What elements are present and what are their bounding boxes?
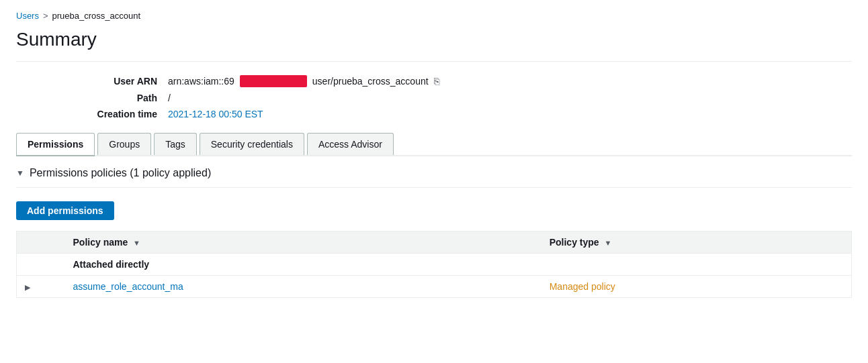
breadcrumb-users-link[interactable]: Users xyxy=(16,11,39,21)
path-value: / xyxy=(168,93,171,103)
table-header-row: Policy name ▼ Policy type ▼ xyxy=(17,231,852,254)
policy-type-col-header: Policy type ▼ xyxy=(541,231,852,254)
policy-name-label: Policy name xyxy=(73,237,128,248)
row-expand-cell: ▶ xyxy=(17,276,41,298)
policy-name-link[interactable]: assume_role_account_ma xyxy=(73,281,183,292)
section-title: Permissions policies (1 policy applied) xyxy=(30,167,211,179)
policy-name-sort-icon[interactable]: ▼ xyxy=(133,239,140,247)
page-title: Summary xyxy=(16,29,852,50)
permissions-tab-content: ▼ Permissions policies (1 policy applied… xyxy=(16,156,852,309)
tab-security-credentials[interactable]: Security credentials xyxy=(200,133,304,155)
group-header-row: Attached directly xyxy=(17,254,852,276)
policies-table: Policy name ▼ Policy type ▼ Attached dir… xyxy=(16,231,852,298)
user-arn-row: User ARN arn:aws:iam::69user/prueba_cros… xyxy=(70,75,852,87)
user-arn-label: User ARN xyxy=(70,76,157,87)
group-label: Attached directly xyxy=(65,254,852,276)
group-expand-cell xyxy=(17,254,41,276)
policy-type-cell: Managed policy xyxy=(541,276,852,298)
group-checkbox-cell xyxy=(41,254,65,276)
divider xyxy=(16,61,852,62)
arn-prefix: arn:aws:iam::69 xyxy=(168,76,234,87)
row-checkbox-cell xyxy=(41,276,65,298)
breadcrumb: Users > prueba_cross_account xyxy=(16,11,852,21)
tab-tags[interactable]: Tags xyxy=(154,133,197,155)
tab-permissions[interactable]: Permissions xyxy=(16,133,95,156)
copy-arn-icon[interactable]: ⎘ xyxy=(434,76,439,87)
path-label: Path xyxy=(70,93,157,103)
policy-name-cell: assume_role_account_ma xyxy=(65,276,541,298)
breadcrumb-separator: > xyxy=(43,11,48,21)
creation-time-label: Creation time xyxy=(70,109,157,119)
table-row: ▶ assume_role_account_ma Managed policy xyxy=(17,276,852,298)
add-permissions-button[interactable]: Add permissions xyxy=(16,201,114,220)
tab-groups[interactable]: Groups xyxy=(97,133,151,155)
arn-redacted xyxy=(240,75,307,87)
creation-time-row: Creation time 2021-12-18 00:50 EST xyxy=(70,109,852,119)
tabs-container: Permissions Groups Tags Security credent… xyxy=(16,133,852,156)
policy-type-label: Policy type xyxy=(550,237,599,248)
breadcrumb-current: prueba_cross_account xyxy=(52,11,141,21)
permissions-section-header: ▼ Permissions policies (1 policy applied… xyxy=(16,167,852,179)
path-row: Path / xyxy=(70,93,852,103)
checkbox-col-header xyxy=(41,231,65,254)
policy-type-sort-icon[interactable]: ▼ xyxy=(605,239,612,247)
expand-col-header xyxy=(17,231,41,254)
policy-name-col-header: Policy name ▼ xyxy=(65,231,541,254)
section-divider xyxy=(16,187,852,188)
user-arn-value: arn:aws:iam::69user/prueba_cross_account… xyxy=(168,75,439,87)
creation-time-value: 2021-12-18 00:50 EST xyxy=(168,109,263,119)
summary-section: User ARN arn:aws:iam::69user/prueba_cros… xyxy=(70,75,852,119)
collapse-chevron-icon[interactable]: ▼ xyxy=(16,168,24,178)
arn-suffix: user/prueba_cross_account xyxy=(312,76,429,87)
row-expand-icon[interactable]: ▶ xyxy=(25,283,30,291)
tab-access-advisor[interactable]: Access Advisor xyxy=(307,133,394,155)
